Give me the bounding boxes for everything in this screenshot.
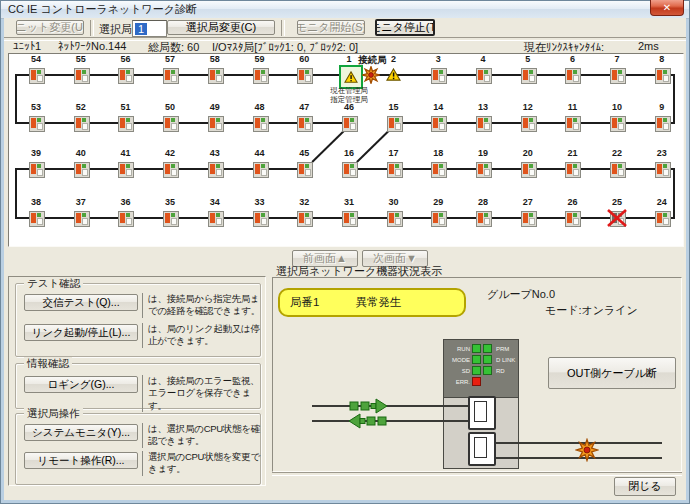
logging-button[interactable]: ロギング(G)...: [24, 376, 138, 393]
station-55[interactable]: [74, 68, 90, 84]
station-8[interactable]: [655, 68, 671, 84]
station-1-connected[interactable]: [339, 65, 363, 89]
station-40[interactable]: [74, 162, 90, 178]
close-icon[interactable]: ✕: [650, 0, 684, 16]
remote-operation-description: 選択局のCPU状態を変更できます。: [142, 451, 264, 476]
link-start-stop-button[interactable]: リンク起動/停止(L)...: [24, 324, 138, 341]
station-50[interactable]: [163, 116, 179, 132]
group-title: 選択局操作: [24, 407, 83, 421]
link-start-stop-description: は、局のリンク起動又は停止ができます。: [142, 323, 264, 348]
station-19[interactable]: [476, 162, 492, 178]
network-number: ﾈｯﾄﾜｰｸNo.144: [58, 40, 126, 52]
comm-test-button[interactable]: 交信テスト(Q)...: [24, 294, 138, 311]
station-17[interactable]: [387, 162, 403, 178]
station-48[interactable]: [253, 116, 269, 132]
station-6[interactable]: [565, 68, 581, 84]
station-28[interactable]: [476, 211, 492, 227]
station-37[interactable]: [74, 211, 90, 227]
led-label: SD: [446, 368, 470, 374]
station-33[interactable]: [253, 211, 269, 227]
station-38[interactable]: [29, 211, 45, 227]
led-label: MODE: [446, 357, 470, 363]
monitor-start-button[interactable]: モニタ開始(S): [297, 20, 365, 35]
group-title: テスト確認: [24, 277, 83, 291]
footer-divider: [272, 472, 682, 476]
comm-test-description: は、接続局から指定先局までの経路を確認できます。: [142, 293, 264, 318]
toolbar-separator: [281, 20, 285, 36]
station-23[interactable]: [655, 162, 671, 178]
station-14[interactable]: [431, 116, 447, 132]
station-35[interactable]: [163, 211, 179, 227]
station-15[interactable]: [387, 116, 403, 132]
station-9[interactable]: [655, 116, 671, 132]
station-30[interactable]: [387, 211, 403, 227]
data-flow-arrows-icon: [338, 395, 408, 429]
station-25[interactable]: [610, 211, 626, 227]
station-32[interactable]: [297, 211, 313, 227]
station-18[interactable]: [431, 162, 447, 178]
module-led-panel: RUNPRMMODED LINKSDRDERR.: [444, 340, 518, 398]
station-5[interactable]: [521, 68, 537, 84]
led-label: ERR.: [446, 379, 470, 385]
station-56[interactable]: [118, 68, 134, 84]
station-7[interactable]: [610, 68, 626, 84]
station-24[interactable]: [655, 211, 671, 227]
module-port-out: [468, 432, 496, 466]
station-47[interactable]: [297, 116, 313, 132]
led-row: SDRD: [444, 365, 518, 376]
station-42[interactable]: [163, 162, 179, 178]
station-20[interactable]: [521, 162, 537, 178]
station-change-button[interactable]: 選択局変更(C): [167, 20, 275, 35]
station-36[interactable]: [118, 211, 134, 227]
unit-change-button[interactable]: ユニット変更(U)...: [16, 20, 84, 35]
station-59[interactable]: [253, 68, 269, 84]
selected-station-input[interactable]: 1: [132, 20, 167, 37]
operation-panel: テスト確認交信テスト(Q)...は、接続局から指定先局までの経路を確認できます。…: [8, 276, 266, 486]
station-27[interactable]: [521, 211, 537, 227]
led-green: [483, 355, 492, 364]
station-45[interactable]: [297, 162, 313, 178]
station-3[interactable]: [431, 68, 447, 84]
led-row: MODED LINK: [444, 354, 518, 365]
station-10[interactable]: [610, 116, 626, 132]
station-60[interactable]: [297, 68, 313, 84]
monitor-stop-button[interactable]: モニタ停止(T): [375, 19, 435, 36]
station-43[interactable]: [208, 162, 224, 178]
led-label: PRM: [496, 346, 509, 352]
station-13[interactable]: [476, 116, 492, 132]
station-31[interactable]: [342, 211, 358, 227]
station-26[interactable]: [565, 211, 581, 227]
station-51[interactable]: [118, 116, 134, 132]
led-green: [483, 344, 492, 353]
station-2-warning[interactable]: [386, 68, 401, 82]
group-number: グループNo.0: [487, 287, 555, 302]
station-53[interactable]: [29, 116, 45, 132]
station-29[interactable]: [431, 211, 447, 227]
station-22[interactable]: [610, 162, 626, 178]
station-49[interactable]: [208, 116, 224, 132]
link-scan-value: 2ms: [638, 40, 659, 52]
station-4[interactable]: [476, 68, 492, 84]
station-46[interactable]: [342, 116, 358, 132]
station-11[interactable]: [565, 116, 581, 132]
station-12[interactable]: [521, 116, 537, 132]
station-39[interactable]: [29, 162, 45, 178]
led-green: [472, 344, 481, 353]
out-cable-break-button[interactable]: OUT側ケーブル断: [548, 357, 676, 389]
station-16[interactable]: [342, 162, 358, 178]
station-54[interactable]: [29, 68, 45, 84]
station-44[interactable]: [253, 162, 269, 178]
station-52[interactable]: [74, 116, 90, 132]
close-button[interactable]: 閉じる: [614, 477, 676, 496]
remote-operation-button[interactable]: リモート操作(R)...: [24, 452, 138, 469]
led-green: [472, 355, 481, 364]
title-bar: CC IE コントローラネットワーク診断: [1, 1, 689, 19]
station-58[interactable]: [208, 68, 224, 84]
station-57[interactable]: [163, 68, 179, 84]
station-41[interactable]: [118, 162, 134, 178]
system-monitor-button[interactable]: システムモニタ(Y)...: [24, 424, 138, 441]
window-title: CC IE コントローラネットワーク診断: [8, 2, 197, 17]
station-21[interactable]: [565, 162, 581, 178]
cable-break-icon: [575, 438, 599, 462]
station-34[interactable]: [208, 211, 224, 227]
